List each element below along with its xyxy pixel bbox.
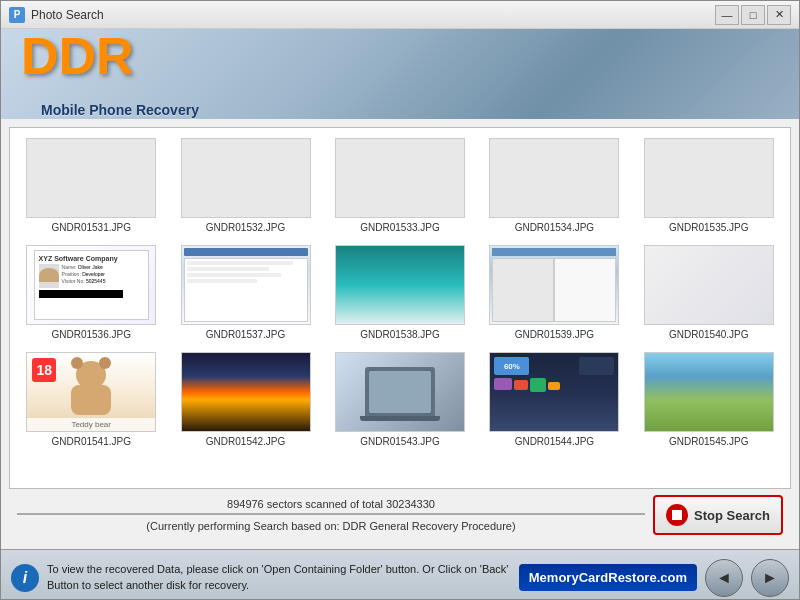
photo-filename: GNDR01543.JPG bbox=[360, 436, 439, 447]
photo-filename: GNDR01544.JPG bbox=[515, 436, 594, 447]
app-icon: P bbox=[9, 7, 25, 23]
list-item[interactable]: GNDR01543.JPG bbox=[323, 346, 477, 453]
photo-filename: GNDR01545.JPG bbox=[669, 436, 748, 447]
progress-area: 894976 sectors scanned of total 30234330… bbox=[9, 489, 791, 541]
app-subtitle: Mobile Phone Recovery bbox=[41, 102, 199, 118]
progress-row: 894976 sectors scanned of total 30234330… bbox=[17, 495, 783, 535]
list-item[interactable]: 60% GNDR01544.JPG bbox=[477, 346, 631, 453]
photo-filename: GNDR01539.JPG bbox=[515, 329, 594, 340]
list-item[interactable]: 18 Teddy bear GNDR01541.JPG bbox=[14, 346, 168, 453]
list-item[interactable]: GNDR01538.JPG bbox=[323, 239, 477, 346]
list-item[interactable]: GNDR01545.JPG bbox=[632, 346, 786, 453]
info-icon: i bbox=[11, 564, 39, 592]
progress-sectors-text: 894976 sectors scanned of total 30234330 bbox=[17, 498, 645, 510]
list-item[interactable]: GNDR01533.JPG bbox=[323, 132, 477, 239]
photo-filename: GNDR01541.JPG bbox=[51, 436, 130, 447]
window-title: Photo Search bbox=[31, 8, 715, 22]
stop-button-label: Stop Search bbox=[694, 508, 770, 523]
progress-subtext: (Currently performing Search based on: D… bbox=[17, 520, 645, 532]
minimize-button[interactable]: — bbox=[715, 5, 739, 25]
photo-grid: GNDR01531.JPG GNDR01532.JPG GNDR01533.JP… bbox=[10, 128, 790, 457]
photo-filename: GNDR01535.JPG bbox=[669, 222, 748, 233]
stop-square-icon bbox=[672, 510, 682, 520]
photo-filename: GNDR01532.JPG bbox=[206, 222, 285, 233]
back-button[interactable]: ◄ bbox=[705, 559, 743, 597]
photo-filename: GNDR01531.JPG bbox=[51, 222, 130, 233]
photo-filename: GNDR01542.JPG bbox=[206, 436, 285, 447]
bottom-info-text: To view the recovered Data, please click… bbox=[47, 562, 511, 593]
photo-filename: GNDR01538.JPG bbox=[360, 329, 439, 340]
list-item[interactable]: XYZ Software Company Name: Oliver Jake P… bbox=[14, 239, 168, 346]
back-arrow-icon: ◄ bbox=[716, 569, 732, 587]
close-button[interactable]: ✕ bbox=[767, 5, 791, 25]
list-item[interactable]: GNDR01532.JPG bbox=[168, 132, 322, 239]
brand-badge: MemoryCardRestore.com bbox=[519, 564, 697, 591]
progress-bar bbox=[17, 513, 645, 515]
photo-filename: GNDR01534.JPG bbox=[515, 222, 594, 233]
list-item[interactable]: GNDR01539.JPG bbox=[477, 239, 631, 346]
bottom-bar: i To view the recovered Data, please cli… bbox=[1, 549, 799, 600]
list-item[interactable]: GNDR01542.JPG bbox=[168, 346, 322, 453]
window-controls: — □ ✕ bbox=[715, 5, 791, 25]
list-item[interactable]: GNDR01534.JPG bbox=[477, 132, 631, 239]
photo-filename: GNDR01533.JPG bbox=[360, 222, 439, 233]
brand-text: MemoryCardRestore.com bbox=[529, 570, 687, 585]
forward-button[interactable]: ► bbox=[751, 559, 789, 597]
ddr-logo: DDR bbox=[21, 30, 199, 82]
list-item[interactable]: GNDR01537.JPG bbox=[168, 239, 322, 346]
forward-arrow-icon: ► bbox=[762, 569, 778, 587]
photo-filename: GNDR01540.JPG bbox=[669, 329, 748, 340]
photo-filename: GNDR01536.JPG bbox=[51, 329, 130, 340]
title-bar: P Photo Search — □ ✕ bbox=[1, 1, 799, 29]
photo-grid-container[interactable]: GNDR01531.JPG GNDR01532.JPG GNDR01533.JP… bbox=[9, 127, 791, 489]
maximize-button[interactable]: □ bbox=[741, 5, 765, 25]
stop-icon bbox=[666, 504, 688, 526]
stop-search-button[interactable]: Stop Search bbox=[653, 495, 783, 535]
photo-filename: GNDR01537.JPG bbox=[206, 329, 285, 340]
list-item[interactable]: GNDR01535.JPG bbox=[632, 132, 786, 239]
main-content: GNDR01531.JPG GNDR01532.JPG GNDR01533.JP… bbox=[1, 119, 799, 549]
list-item[interactable]: GNDR01540.JPG bbox=[632, 239, 786, 346]
app-header: DDR Mobile Phone Recovery bbox=[1, 29, 799, 119]
list-item[interactable]: GNDR01531.JPG bbox=[14, 132, 168, 239]
